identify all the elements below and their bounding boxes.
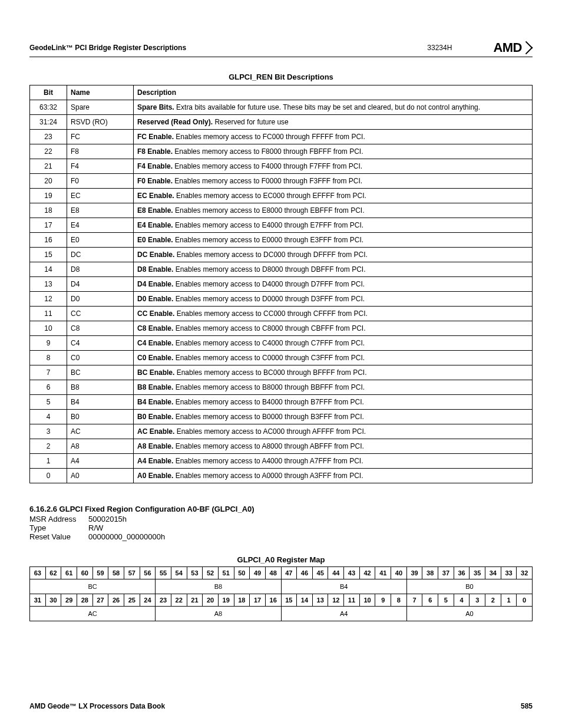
bit-cell: 62 [45, 567, 61, 579]
table-row: 11CCCC Enable. Enables memory access to … [30, 307, 533, 321]
table-row: 15DCDC Enable. Enables memory access to … [30, 248, 533, 262]
cell-bit: 3 [30, 424, 67, 439]
table-row: 20F0F0 Enable. Enables memory access to … [30, 174, 533, 189]
cell-bit: 8 [30, 351, 67, 365]
cell-name: A0 [67, 469, 134, 483]
register-map-table: 6362616059585756555453525150494847464544… [29, 566, 533, 621]
cell-bit: 31:24 [30, 115, 67, 130]
table-row: 12D0D0 Enable. Enables memory access to … [30, 292, 533, 307]
bit-cell: 50 [234, 567, 250, 579]
header-title: GeodeLink™ PCI Bridge Register Descripti… [29, 44, 186, 52]
field-name-cell: A0 [406, 607, 532, 621]
cell-desc: Spare Bits. Extra bits available for fut… [134, 100, 533, 115]
bit-cell: 54 [171, 567, 187, 579]
cell-bit: 7 [30, 365, 67, 380]
bit-cell: 63 [30, 567, 46, 579]
cell-desc: A0 Enable. Enables memory access to A000… [134, 469, 533, 483]
cell-bit: 11 [30, 307, 67, 321]
cell-name: DC [67, 248, 134, 262]
cell-name: EC [67, 189, 134, 203]
table-row: 2A8A8 Enable. Enables memory access to A… [30, 439, 533, 454]
bit-cell: 6 [422, 594, 438, 607]
bit-cell: 33 [501, 567, 517, 579]
bit-cell: 15 [281, 594, 297, 607]
kv-value: R/W [88, 523, 103, 532]
cell-name: C0 [67, 351, 134, 365]
bit-cell: 24 [140, 594, 156, 607]
bit-cell: 27 [92, 594, 108, 607]
bit-cell: 48 [265, 567, 281, 579]
cell-name: A4 [67, 454, 134, 469]
table-row: 17E4E4 Enable. Enables memory access to … [30, 218, 533, 233]
cell-desc: B8 Enable. Enables memory access to B800… [134, 380, 533, 395]
table-row: 18E8E8 Enable. Enables memory access to … [30, 203, 533, 218]
bit-cell: 0 [517, 594, 533, 607]
cell-name: C4 [67, 336, 134, 351]
table-row: 3ACAC Enable. Enables memory access to A… [30, 424, 533, 439]
cell-name: E4 [67, 218, 134, 233]
footer-pagenum: 585 [521, 702, 533, 710]
cell-desc: E8 Enable. Enables memory access to E800… [134, 203, 533, 218]
bit-cell: 40 [391, 567, 407, 579]
cell-name: D0 [67, 292, 134, 307]
bit-cell: 59 [92, 567, 108, 579]
table-row: 5B4B4 Enable. Enables memory access to B… [30, 395, 533, 410]
bit-cell: 30 [45, 594, 61, 607]
table-row: 8C0C0 Enable. Enables memory access to C… [30, 351, 533, 365]
table-row: 13D4D4 Enable. Enables memory access to … [30, 277, 533, 292]
table-row: 63:32SpareSpare Bits. Extra bits availab… [30, 100, 533, 115]
cell-desc: Reserved (Read Only). Reserved for futur… [134, 115, 533, 130]
cell-bit: 1 [30, 454, 67, 469]
table-row: 7BCBC Enable. Enables memory access to B… [30, 365, 533, 380]
table-row: 6B8B8 Enable. Enables memory access to B… [30, 380, 533, 395]
field-name-cell: BC [30, 579, 156, 594]
cell-name: CC [67, 307, 134, 321]
bit-cell: 28 [77, 594, 92, 607]
bit-cell: 57 [124, 567, 140, 579]
cell-name: D8 [67, 262, 134, 277]
bit-description-table: Bit Name Description 63:32SpareSpare Bit… [29, 85, 533, 483]
cell-desc: DC Enable. Enables memory access to DC00… [134, 248, 533, 262]
cell-bit: 14 [30, 262, 67, 277]
kv-label: Reset Value [29, 532, 88, 541]
cell-name: B0 [67, 410, 134, 424]
bit-cell: 7 [406, 594, 422, 607]
regmap-title: GLPCI_A0 Register Map [29, 555, 533, 564]
field-name-cell: B8 [156, 579, 281, 594]
cell-desc: E0 Enable. Enables memory access to E000… [134, 233, 533, 248]
cell-desc: B4 Enable. Enables memory access to B400… [134, 395, 533, 410]
bit-cell: 52 [203, 567, 219, 579]
table-row: 14D8D8 Enable. Enables memory access to … [30, 262, 533, 277]
bit-cell: 5 [438, 594, 454, 607]
cell-desc: EC Enable. Enables memory access to EC00… [134, 189, 533, 203]
bit-cell: 2 [485, 594, 501, 607]
bit-cell: 53 [187, 567, 203, 579]
section-heading: 6.16.2.6 GLPCI Fixed Region Configuratio… [29, 505, 533, 513]
bit-cell: 44 [328, 567, 344, 579]
table-row: 4B0B0 Enable. Enables memory access to B… [30, 410, 533, 424]
bit-cell: 61 [61, 567, 77, 579]
field-name-cell: A8 [156, 607, 281, 621]
cell-desc: C8 Enable. Enables memory access to C800… [134, 321, 533, 336]
table-row: 23FCFC Enable. Enables memory access to … [30, 130, 533, 144]
cell-name: F4 [67, 159, 134, 174]
cell-desc: D0 Enable. Enables memory access to D000… [134, 292, 533, 307]
cell-bit: 19 [30, 189, 67, 203]
bit-cell: 23 [156, 594, 171, 607]
table-row: 19ECEC Enable. Enables memory access to … [30, 189, 533, 203]
cell-name: F8 [67, 144, 134, 159]
bit-cell: 56 [140, 567, 156, 579]
header-docnum: 33234H [427, 44, 452, 52]
cell-desc: FC Enable. Enables memory access to FC00… [134, 130, 533, 144]
field-name-cell: A4 [281, 607, 406, 621]
page-header: GeodeLink™ PCI Bridge Register Descripti… [29, 40, 533, 57]
table-row: 31:24RSVD (RO)Reserved (Read Only). Rese… [30, 115, 533, 130]
bit-cell: 38 [422, 567, 438, 579]
cell-bit: 17 [30, 218, 67, 233]
table-row: 10C8C8 Enable. Enables memory access to … [30, 321, 533, 336]
bit-cell: 1 [501, 594, 517, 607]
register-properties: MSR Address50002015hTypeR/WReset Value00… [29, 515, 533, 541]
cell-name: BC [67, 365, 134, 380]
brand-logo: AMD [493, 40, 533, 55]
bit-cell: 13 [312, 594, 328, 607]
